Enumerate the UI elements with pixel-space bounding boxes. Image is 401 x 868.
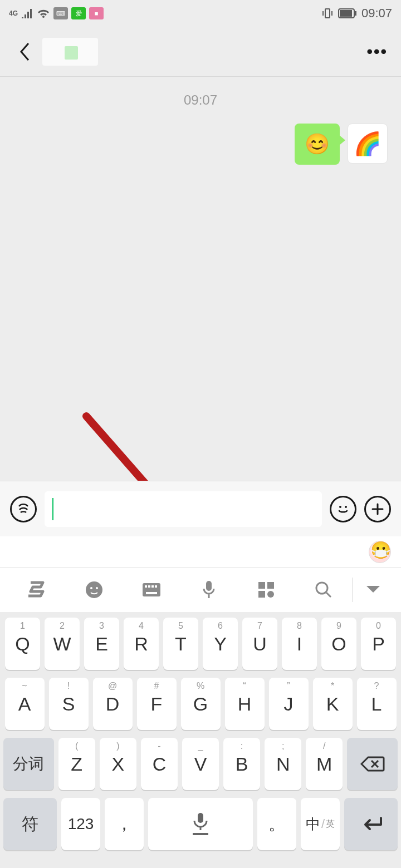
key-t[interactable]: 5T xyxy=(163,618,198,670)
key-i[interactable]: 8I xyxy=(282,618,317,670)
svg-line-4 xyxy=(86,416,164,481)
keyboard: 1Q2W3E4R5T6Y7U8I9O0P ~A!S@D#F%G“H”J*K?L … xyxy=(0,612,401,868)
keyboard-row-1: 1Q2W3E4R5T6Y7U8I9O0P xyxy=(3,618,398,670)
svg-rect-12 xyxy=(145,585,147,588)
emoji-button[interactable] xyxy=(330,496,356,522)
svg-rect-0 xyxy=(325,9,330,18)
ime-collapse-icon[interactable] xyxy=(353,585,393,595)
key-s[interactable]: !S xyxy=(49,678,89,730)
chat-area[interactable]: 09:07 😊 🌈 xyxy=(0,77,401,481)
key-d[interactable]: @D xyxy=(93,678,133,730)
message-bubble[interactable]: 😊 xyxy=(295,124,340,165)
ime-grid-icon[interactable] xyxy=(238,581,295,599)
status-bar: 4G ⌨ 爱 ■ 09:07 xyxy=(0,0,401,27)
svg-rect-15 xyxy=(155,585,157,588)
keyboard-row-3: 分词(Z)X-C_V:B;N/M xyxy=(3,738,398,790)
more-button[interactable]: ••• xyxy=(366,42,388,61)
svg-rect-23 xyxy=(198,813,203,823)
key-x[interactable]: )X xyxy=(100,738,136,790)
status-right: 09:07 xyxy=(321,6,392,21)
wifi-icon xyxy=(37,8,50,19)
ime-logo-icon[interactable] xyxy=(8,578,65,601)
battery-icon xyxy=(338,8,357,18)
svg-rect-18 xyxy=(258,582,265,589)
key-r[interactable]: 4R xyxy=(124,618,159,670)
key-k[interactable]: *K xyxy=(313,678,353,730)
keyboard-row-2: ~A!S@D#F%G“H”J*K?L xyxy=(3,678,398,730)
text-cursor xyxy=(52,498,53,520)
key-q[interactable]: 1Q xyxy=(5,618,40,670)
message-timestamp: 09:07 xyxy=(13,86,388,115)
message-row: 😊 🌈 xyxy=(13,124,388,165)
key-numeric[interactable]: 123 xyxy=(61,798,100,850)
annotation-arrow xyxy=(81,411,187,481)
svg-point-21 xyxy=(267,591,274,598)
svg-rect-14 xyxy=(151,585,154,588)
chat-header: ••• xyxy=(0,27,401,77)
svg-point-22 xyxy=(316,583,327,594)
status-time: 09:07 xyxy=(361,6,392,21)
attach-button[interactable] xyxy=(364,496,391,522)
svg-rect-19 xyxy=(267,582,274,589)
space-mic-icon xyxy=(189,812,212,836)
key-language[interactable]: 中/英 xyxy=(301,798,340,850)
key-m[interactable]: /M xyxy=(306,738,343,790)
key-l[interactable]: ?L xyxy=(357,678,397,730)
back-button[interactable] xyxy=(13,41,36,63)
svg-rect-16 xyxy=(146,592,157,594)
message-content: 😊 xyxy=(305,132,330,155)
key-backspace[interactable] xyxy=(347,738,398,790)
key-a[interactable]: ~A xyxy=(5,678,45,730)
svg-rect-17 xyxy=(206,581,212,591)
key-g[interactable]: %G xyxy=(181,678,221,730)
svg-point-6 xyxy=(339,506,341,508)
key-period[interactable]: 。 xyxy=(257,798,296,850)
key-j[interactable]: ”J xyxy=(269,678,309,730)
key-space[interactable] xyxy=(148,798,253,850)
key-p[interactable]: 0P xyxy=(361,618,396,670)
ime-toolbar xyxy=(0,568,401,612)
ime-emoji-icon[interactable] xyxy=(65,580,123,599)
ime-search-icon[interactable] xyxy=(295,580,353,599)
key-symbol[interactable]: 符 xyxy=(3,798,57,850)
key-enter[interactable] xyxy=(344,798,398,850)
text-input-wrap[interactable] xyxy=(45,491,322,527)
ime-candidate-bar[interactable] xyxy=(0,536,401,568)
status-left: 4G ⌨ 爱 ■ xyxy=(9,7,104,19)
message-input-bar xyxy=(0,481,401,536)
key-comma[interactable]: ， xyxy=(105,798,144,850)
ime-mascot-icon[interactable] xyxy=(369,541,391,563)
key-w[interactable]: 2W xyxy=(45,618,80,670)
svg-point-8 xyxy=(86,581,102,598)
svg-rect-11 xyxy=(143,583,160,596)
key-c[interactable]: -C xyxy=(141,738,178,790)
key-f[interactable]: #F xyxy=(137,678,177,730)
key-b[interactable]: :B xyxy=(223,738,260,790)
key-u[interactable]: 7U xyxy=(242,618,277,670)
network-indicator: 4G xyxy=(9,9,18,17)
chat-title xyxy=(42,38,98,66)
enter-icon xyxy=(359,816,383,832)
app-icon-1: ⌨ xyxy=(53,7,68,19)
key-o[interactable]: 9O xyxy=(321,618,356,670)
voice-input-button[interactable] xyxy=(10,496,37,522)
key-n[interactable]: ;N xyxy=(265,738,301,790)
svg-point-9 xyxy=(90,587,92,589)
message-text-input[interactable] xyxy=(45,491,322,527)
key-h[interactable]: “H xyxy=(225,678,265,730)
backspace-icon xyxy=(360,755,385,773)
avatar-content: 🌈 xyxy=(354,131,382,157)
key-e[interactable]: 3E xyxy=(84,618,119,670)
ime-mic-icon[interactable] xyxy=(180,580,237,600)
ime-keyboard-icon[interactable] xyxy=(123,582,180,598)
sender-avatar[interactable]: 🌈 xyxy=(348,124,388,164)
key-v[interactable]: _V xyxy=(182,738,219,790)
key-y[interactable]: 6Y xyxy=(203,618,238,670)
signal-icon xyxy=(21,8,33,18)
key-z[interactable]: (Z xyxy=(58,738,95,790)
svg-rect-13 xyxy=(148,585,150,588)
svg-rect-20 xyxy=(258,591,265,598)
key-split[interactable]: 分词 xyxy=(3,738,54,790)
svg-point-7 xyxy=(345,506,347,508)
app-icon-3: ■ xyxy=(89,7,104,19)
